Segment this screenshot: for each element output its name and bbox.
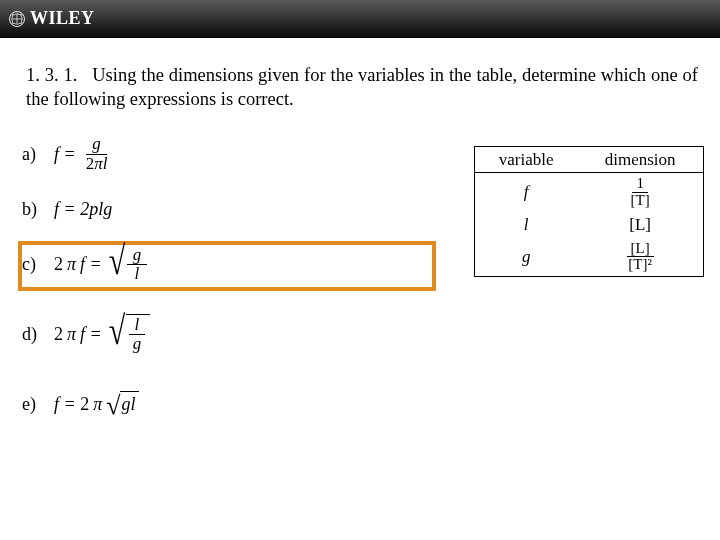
wiley-logo: WILEY [8,8,95,29]
option-d-label: d) [22,324,44,345]
dim-cell: [L] [577,212,703,238]
option-e-label: e) [22,394,44,415]
option-b-formula: f = 2plg [54,199,112,220]
wiley-header: WILEY [0,0,720,38]
option-a-label: a) [22,144,44,165]
question-number: 1. 3. 1. [26,65,77,85]
brand-name: WILEY [30,8,95,29]
frac-den: g [127,335,148,354]
sqrt-body-text: gl [121,394,135,415]
wiley-logo-icon [8,10,26,28]
question-text: 1. 3. 1. Using the dimensions given for … [22,64,698,111]
frac-num: g [86,135,107,155]
question-body: Using the dimensions given for the varia… [26,65,698,109]
correct-answer-highlight [18,241,436,291]
e-lhs: f = 2 [54,394,89,415]
two: 2 [54,324,63,345]
option-d-formula: 2πf = √ l g [54,314,150,355]
formula-lhs: f = [54,144,76,165]
pi: π [67,324,76,345]
var-cell: f [475,173,577,212]
frac-num: l [129,316,146,336]
dim-cell: [L] [T]² [577,238,703,277]
var-cell: g [475,238,577,277]
frac-den: 2πl [80,155,114,174]
f-eq: f = [80,324,102,345]
table-row: f 1 [T] [475,173,703,212]
pi: π [93,394,102,415]
table-row: g [L] [T]² [475,238,703,277]
option-b-label: b) [22,199,44,220]
option-a-formula: f = g 2πl [54,135,113,173]
var-cell: l [475,212,577,238]
sqrt-icon: √ l g [106,314,150,355]
option-e: e) f = 2π √ gl [22,383,698,425]
table-row: l [L] [475,212,703,238]
table-header-dimension: dimension [577,147,703,173]
option-e-formula: f = 2π √ gl [54,391,139,417]
dim-cell: 1 [T] [577,173,703,212]
dimensions-table: variable dimension f 1 [T] l [L] g [474,146,704,277]
option-d: d) 2πf = √ l g [22,313,698,355]
table-header-variable: variable [475,147,577,173]
sqrt-icon: √ gl [106,391,138,417]
